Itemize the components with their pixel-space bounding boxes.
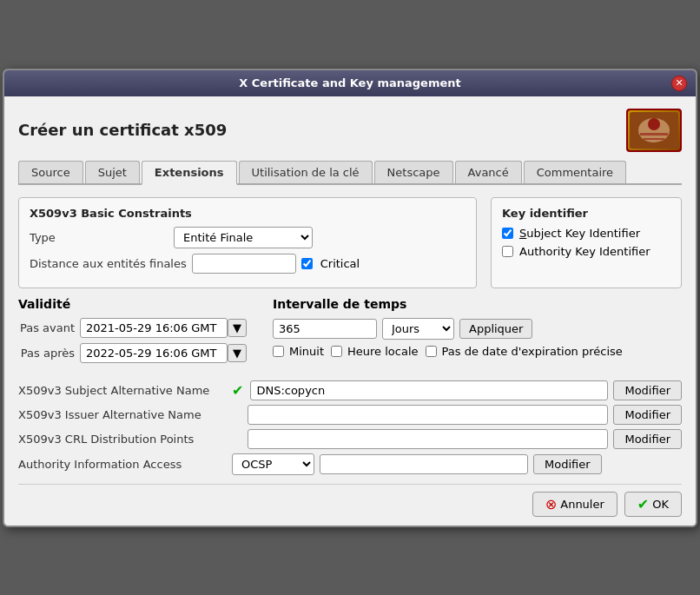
san-modifier-button[interactable]: Modifier — [613, 380, 682, 400]
tab-utilisation[interactable]: Utilisation de la clé — [239, 161, 373, 183]
validity-title: Validité — [18, 297, 247, 311]
pas-avant-row: Pas avant ▼ — [18, 318, 247, 338]
pas-avant-dropdown[interactable]: ▼ — [228, 319, 247, 337]
critical-checkbox[interactable] — [301, 258, 313, 269]
interval-right: Intervalle de temps Jours Mois Années Ap… — [273, 297, 623, 368]
pas-apres-label: Pas après — [18, 347, 75, 360]
subject-key-checkbox[interactable] — [502, 228, 513, 239]
type-select[interactable]: Entité Finale CA — [174, 227, 313, 248]
tab-commentaire[interactable]: Commentaire — [524, 161, 626, 183]
ian-input[interactable] — [248, 405, 608, 425]
no-expiry-checkbox[interactable] — [426, 346, 437, 357]
tab-netscape[interactable]: Netscape — [374, 161, 453, 183]
ok-button[interactable]: ✔ OK — [624, 492, 682, 517]
aia-type-select[interactable]: OCSP caIssuers — [232, 453, 314, 475]
distance-input[interactable] — [192, 254, 296, 274]
tab-avance[interactable]: Avancé — [455, 161, 522, 183]
ok-label: OK — [652, 498, 669, 511]
aia-modifier-button[interactable]: Modifier — [533, 454, 602, 474]
aia-row: Authority Information Access OCSP caIssu… — [18, 453, 682, 475]
distance-row: Distance aux entités finales Critical — [30, 254, 466, 274]
aia-inputs: OCSP caIssuers — [232, 453, 528, 475]
critical-label: Critical — [320, 257, 360, 270]
subject-key-label: Subject Key Identifier — [519, 227, 640, 240]
svg-point-2 — [648, 118, 660, 130]
basic-constraints-title: X509v3 Basic Constraints — [30, 207, 466, 220]
ian-label: X509v3 Issuer Alternative Name — [18, 408, 227, 421]
pas-apres-input-group: ▼ — [80, 343, 247, 363]
authority-key-label: Authority Key Identifier — [519, 245, 650, 258]
extensions-section: X509v3 Subject Alternative Name ✔ Modifi… — [18, 380, 682, 475]
interval-unit-select[interactable]: Jours Mois Années — [382, 318, 454, 340]
cancel-button[interactable]: ⊗ Annuler — [532, 492, 617, 517]
type-label: Type — [30, 231, 168, 244]
crl-row: X509v3 CRL Distribution Points Modifier — [18, 429, 682, 449]
tab-extensions[interactable]: Extensions — [142, 161, 237, 185]
header-row: Créer un certificat x509 — [18, 109, 682, 152]
interval-inputs-row: Jours Mois Années Appliquer — [273, 318, 623, 340]
tab-sujet[interactable]: Sujet — [85, 161, 140, 183]
validity-section: Validité Pas avant ▼ Pas après ▼ — [18, 297, 682, 368]
ok-icon: ✔ — [637, 496, 649, 512]
pas-avant-input-group: ▼ — [80, 318, 247, 338]
interval-title: Intervalle de temps — [273, 297, 623, 311]
key-identifier-title: Key identifier — [502, 207, 670, 220]
ian-row: X509v3 Issuer Alternative Name Modifier — [18, 405, 682, 425]
no-expiry-label[interactable]: Pas de date d'expiration précise — [426, 345, 623, 358]
heure-locale-label[interactable]: Heure locale — [331, 345, 419, 358]
page-title: Créer un certificat x509 — [18, 121, 227, 139]
aia-input[interactable] — [320, 454, 528, 474]
tab-source[interactable]: Source — [18, 161, 83, 183]
titlebar: X Certificate and Key management ✕ — [4, 70, 696, 96]
apply-button[interactable]: Appliquer — [459, 319, 532, 339]
interval-number[interactable] — [273, 319, 377, 339]
window-body: Créer un certificat x509 Source Sujet Ex… — [4, 96, 696, 526]
authority-key-row: Authority Key Identifier — [502, 245, 670, 258]
top-section: X509v3 Basic Constraints Type Entité Fin… — [18, 197, 682, 288]
validity-left: Validité Pas avant ▼ Pas après ▼ — [18, 297, 247, 368]
san-row: X509v3 Subject Alternative Name ✔ Modifi… — [18, 380, 682, 400]
aia-label: Authority Information Access — [18, 458, 227, 471]
time-options-row: Minuit Heure locale Pas de date d'expira… — [273, 345, 623, 358]
svg-rect-4 — [644, 138, 664, 140]
pas-avant-field[interactable] — [80, 318, 228, 338]
san-input[interactable] — [250, 380, 608, 400]
svg-rect-3 — [640, 133, 668, 136]
crl-modifier-button[interactable]: Modifier — [613, 429, 682, 449]
san-label: X509v3 Subject Alternative Name — [18, 384, 227, 397]
san-check-icon: ✔ — [232, 382, 243, 399]
crl-label: X509v3 CRL Distribution Points — [18, 433, 227, 446]
key-identifier-box: Key identifier Subject Key Identifier Au… — [491, 197, 682, 288]
ian-modifier-button[interactable]: Modifier — [613, 405, 682, 425]
window-title: X Certificate and Key management — [29, 76, 671, 89]
footer: ⊗ Annuler ✔ OK — [18, 484, 682, 517]
pas-apres-row: Pas après ▼ — [18, 343, 247, 363]
cancel-label: Annuler — [560, 498, 604, 511]
tab-bar: Source Sujet Extensions Utilisation de l… — [18, 161, 682, 185]
minuit-label[interactable]: Minuit — [273, 345, 324, 358]
minuit-checkbox[interactable] — [273, 346, 284, 357]
pas-apres-field[interactable] — [80, 343, 228, 363]
main-window: X Certificate and Key management ✕ Créer… — [3, 69, 697, 527]
crl-input[interactable] — [248, 429, 608, 449]
cancel-icon: ⊗ — [545, 496, 557, 512]
heure-locale-checkbox[interactable] — [331, 346, 342, 357]
logo-inner — [628, 110, 680, 150]
close-button[interactable]: ✕ — [671, 76, 687, 91]
pas-apres-dropdown[interactable]: ▼ — [228, 344, 247, 362]
logo — [626, 109, 682, 152]
basic-constraints-box: X509v3 Basic Constraints Type Entité Fin… — [18, 197, 477, 288]
distance-label: Distance aux entités finales — [30, 257, 187, 270]
subject-key-row: Subject Key Identifier — [502, 227, 670, 240]
pas-avant-label: Pas avant — [18, 321, 75, 334]
type-row: Type Entité Finale CA — [30, 227, 466, 248]
authority-key-checkbox[interactable] — [502, 246, 513, 257]
